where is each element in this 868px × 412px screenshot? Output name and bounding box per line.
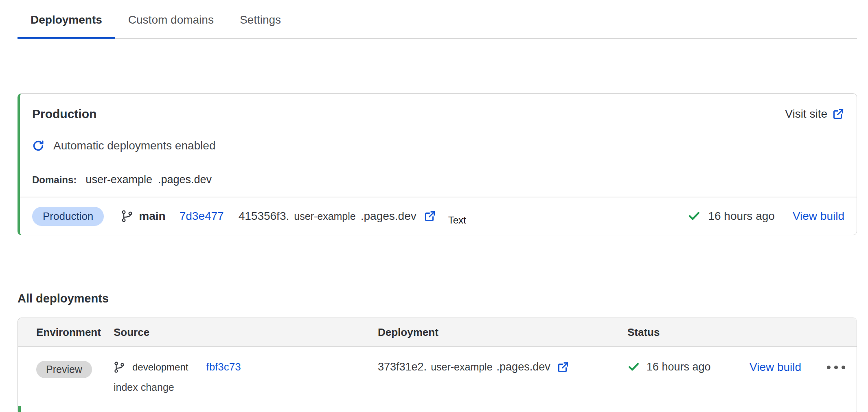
environment-badge: Production xyxy=(32,207,104,226)
check-icon xyxy=(688,210,701,223)
domain-project: user-example xyxy=(85,173,152,186)
column-header-spacer xyxy=(750,318,827,346)
production-deployment-row: Production main 7d3e477 415356f3. user-e… xyxy=(20,197,857,235)
status-cell: 16 hours ago xyxy=(627,361,750,373)
tab-deployments[interactable]: Deployments xyxy=(18,0,115,39)
deployment-url-suffix: .pages.dev xyxy=(497,361,550,373)
ellipsis-dot xyxy=(834,366,838,369)
view-build-link[interactable]: View build xyxy=(750,361,801,373)
column-header-status: Status xyxy=(627,318,750,346)
external-link-icon xyxy=(832,108,844,120)
production-card: Production Visit site xyxy=(18,93,857,235)
branch-name: main xyxy=(139,210,165,223)
source-cell: development fbf3c73 index change xyxy=(114,361,378,393)
commit-link[interactable]: 7d3e477 xyxy=(180,210,224,223)
column-header-source: Source xyxy=(114,318,378,346)
git-branch-icon xyxy=(114,361,125,373)
view-build-cell: View build xyxy=(750,361,827,374)
commit-link[interactable]: fbf3c73 xyxy=(206,361,241,373)
commit-message-note: Text xyxy=(448,215,466,226)
all-deployments-heading: All deployments xyxy=(18,291,857,306)
row-menu-cell xyxy=(827,361,857,369)
deployments-table: Environment Source Deployment Status Pre… xyxy=(18,318,857,412)
source-branch-group: main xyxy=(121,210,165,223)
deployment-url-hash: 415356f3. xyxy=(239,210,289,223)
auto-deployments-status: Automatic deployments enabled xyxy=(32,138,844,153)
external-link-icon[interactable] xyxy=(557,361,569,373)
deploy-time: 16 hours ago xyxy=(647,361,711,373)
deployment-url-suffix: .pages.dev xyxy=(361,210,416,223)
ellipsis-dot xyxy=(827,366,831,369)
tab-custom-domains[interactable]: Custom domains xyxy=(115,0,227,39)
table-header-row: Environment Source Deployment Status xyxy=(18,318,857,347)
deployment-url[interactable]: 373f31e2. user-example .pages.dev xyxy=(378,361,627,373)
tab-bar: Deployments Custom domains Settings xyxy=(18,0,857,39)
environment-cell: Preview xyxy=(18,361,114,378)
visit-site-label: Visit site xyxy=(785,106,827,122)
domains-label: Domains: xyxy=(32,173,77,187)
git-branch-icon xyxy=(121,210,133,223)
domains-line: Domains: user-example .pages.dev xyxy=(32,173,844,187)
commit-message: index change xyxy=(114,381,378,393)
view-build-link[interactable]: View build xyxy=(793,210,844,223)
ellipsis-dot xyxy=(842,366,845,369)
deployment-url[interactable]: 415356f3. user-example .pages.dev xyxy=(239,210,436,223)
deploy-time: 16 hours ago xyxy=(708,210,774,223)
environment-badge: Preview xyxy=(36,361,92,378)
column-header-environment: Environment xyxy=(18,318,114,346)
deployment-cell: 373f31e2. user-example .pages.dev xyxy=(378,361,627,373)
production-row-accent-bar xyxy=(18,406,21,412)
tab-settings[interactable]: Settings xyxy=(227,0,294,39)
column-header-deployment: Deployment xyxy=(378,318,627,346)
deployment-url-hash: 373f31e2. xyxy=(378,361,427,373)
column-header-spacer xyxy=(827,318,857,346)
deployment-url-project: user-example xyxy=(294,210,355,222)
visit-site-link[interactable]: Visit site xyxy=(785,106,844,122)
external-link-icon[interactable] xyxy=(424,210,436,222)
check-icon xyxy=(627,361,640,373)
production-card-title: Production xyxy=(32,106,96,122)
table-row: Preview development fbf3c73 xyxy=(18,347,857,406)
domain-suffix: .pages.dev xyxy=(158,173,212,186)
deployment-url-project: user-example xyxy=(431,361,492,373)
next-table-row-partial xyxy=(18,406,857,412)
branch-name: development xyxy=(132,362,188,373)
overflow-menu-button[interactable] xyxy=(827,361,857,369)
refresh-icon xyxy=(32,140,44,152)
auto-deployments-text: Automatic deployments enabled xyxy=(53,138,215,153)
pages-project-panel: Deployments Custom domains Settings Prod… xyxy=(18,0,857,412)
